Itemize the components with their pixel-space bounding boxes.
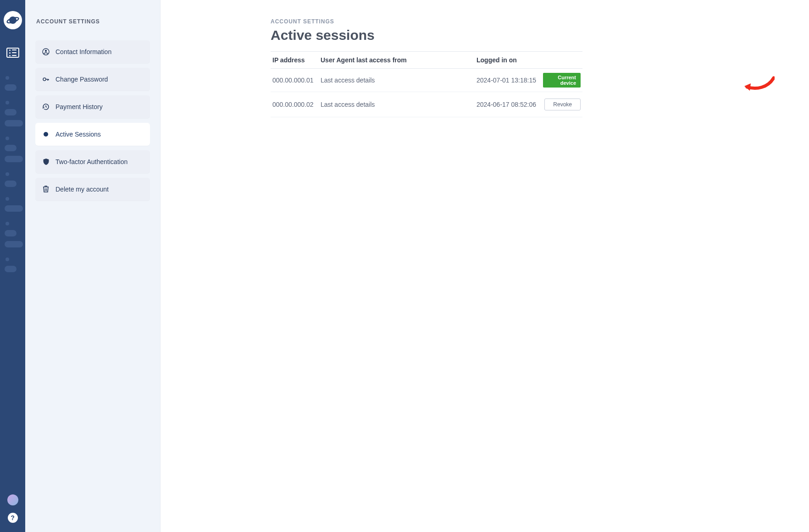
trash-icon	[42, 186, 50, 193]
current-device-badge: Current device	[543, 73, 581, 88]
key-icon	[42, 76, 50, 83]
th-ua: User Agent last access from	[319, 52, 475, 69]
annotation-arrow	[743, 75, 775, 93]
cell-ua: Last access details	[319, 92, 475, 117]
sidebar-item-payment-history[interactable]: Payment History	[35, 95, 150, 118]
svg-point-6	[44, 132, 48, 137]
sidebar-item-two-factor[interactable]: Two-factor Authentication	[35, 150, 150, 173]
sessions-table: IP address User Agent last access from L…	[271, 51, 582, 117]
sidebar-item-active-sessions[interactable]: Active Sessions	[35, 123, 150, 146]
list-icon[interactable]	[6, 48, 19, 58]
dot-icon	[42, 131, 50, 137]
cell-login: 2024-06-17 08:52:06	[475, 92, 541, 117]
shield-icon	[42, 158, 50, 165]
avatar[interactable]	[7, 494, 18, 505]
th-ip: IP address	[271, 52, 319, 69]
svg-point-4	[45, 50, 47, 52]
app-logo[interactable]	[4, 11, 22, 29]
history-icon	[42, 103, 50, 110]
sidebar-item-label: Two-factor Authentication	[55, 158, 127, 165]
cell-login: 2024-07-01 13:18:15	[475, 69, 541, 92]
planet-icon	[6, 14, 19, 27]
sidebar-item-label: Change Password	[55, 76, 108, 83]
th-login: Logged in on	[475, 52, 541, 69]
help-icon[interactable]: ?	[8, 513, 18, 523]
cell-ip: 000.00.000.02	[271, 92, 319, 117]
table-row: 000.00.000.02 Last access details 2024-0…	[271, 92, 582, 117]
page-title: Active sessions	[271, 27, 809, 43]
app-rail: ?	[0, 0, 25, 532]
sidebar-item-change-password[interactable]: Change Password	[35, 68, 150, 91]
sidebar-item-label: Active Sessions	[55, 131, 101, 138]
settings-sidebar: ACCOUNT SETTINGS Contact Information Cha…	[25, 0, 161, 532]
rail-skeleton	[0, 76, 25, 272]
main-content: ACCOUNT SETTINGS Active sessions IP addr…	[161, 0, 809, 532]
cell-ua: Last access details	[319, 69, 475, 92]
table-row: 000.00.000.01 Last access details 2024-0…	[271, 69, 582, 92]
sidebar-heading: ACCOUNT SETTINGS	[36, 18, 150, 25]
user-circle-icon	[42, 48, 50, 55]
breadcrumb: ACCOUNT SETTINGS	[271, 18, 809, 25]
sidebar-item-label: Delete my account	[55, 186, 109, 193]
sidebar-item-label: Contact Information	[55, 48, 111, 55]
revoke-button[interactable]: Revoke	[544, 99, 581, 110]
cell-ip: 000.00.000.01	[271, 69, 319, 92]
sidebar-item-label: Payment History	[55, 103, 103, 110]
th-action	[541, 52, 582, 69]
sidebar-item-contact-info[interactable]: Contact Information	[35, 40, 150, 63]
sidebar-item-delete-account[interactable]: Delete my account	[35, 178, 150, 201]
svg-point-5	[43, 78, 46, 81]
